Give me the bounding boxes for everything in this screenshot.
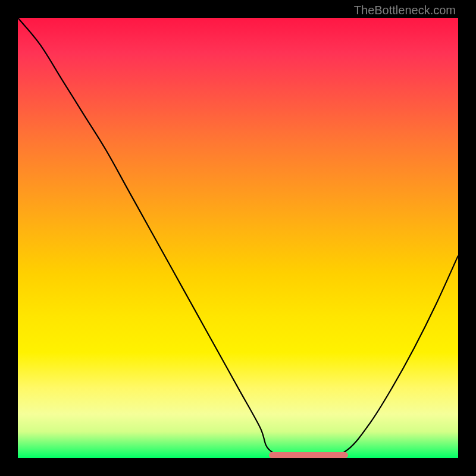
optimal-range-marker <box>269 452 348 458</box>
bottleneck-curve <box>18 18 458 458</box>
watermark-text: TheBottleneck.com <box>354 4 456 17</box>
border-left <box>0 0 18 476</box>
border-right <box>458 0 476 476</box>
border-bottom <box>0 458 476 476</box>
